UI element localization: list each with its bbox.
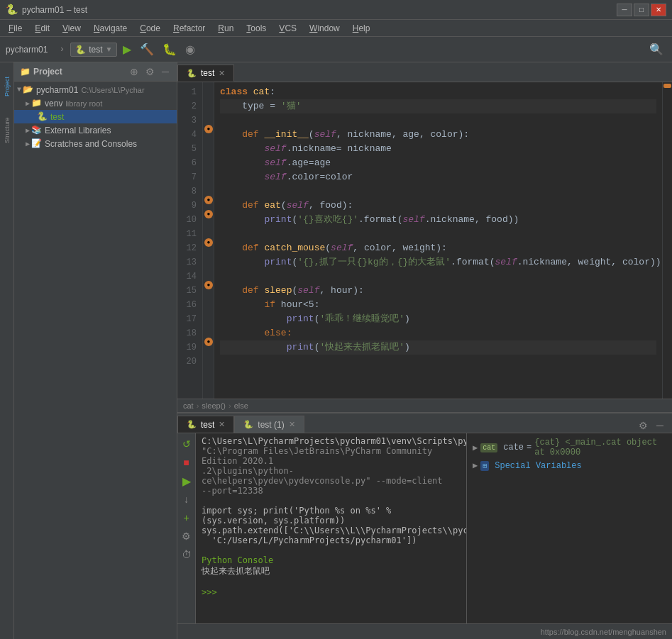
var-cate-arrow[interactable]: ▶	[473, 443, 478, 453]
line-num-9: 9	[177, 199, 197, 213]
console-add-button[interactable]: +	[179, 510, 194, 526]
menu-navigate[interactable]: Navigate	[88, 22, 133, 35]
tree-item-test[interactable]: 🐍 test	[14, 110, 177, 123]
scratches-icon: 📝	[31, 138, 42, 149]
print-19: print	[287, 340, 314, 355]
run-button[interactable]: ▶	[120, 41, 134, 57]
scroll-marker-1	[663, 84, 671, 88]
coverage-button[interactable]: ◉	[182, 41, 198, 57]
tree-item-pycharm01[interactable]: ▼ 📂 pycharm01 C:\Users\L\Pychar	[14, 83, 177, 96]
tree-item-scratches[interactable]: ▶ 📝 Scratches and Consoles	[14, 137, 177, 150]
print-10: print	[264, 213, 292, 227]
breakpoint-19[interactable]: ●	[204, 338, 213, 346]
var-cate-name: cate	[503, 443, 524, 452]
breakpoint-12[interactable]: ●	[204, 238, 213, 247]
editor-tab-test[interactable]: 🐍 test ✕	[177, 65, 234, 82]
line-num-17: 17	[177, 312, 197, 326]
colon-1: :	[270, 85, 275, 99]
tree-arrow-pycharm01[interactable]: ▼	[17, 86, 21, 94]
minimize-button[interactable]: ─	[617, 4, 632, 16]
bottom-settings-button[interactable]: ⚙	[636, 418, 651, 433]
menu-refactor[interactable]: Refactor	[167, 22, 211, 35]
tree-item-external-libs[interactable]: ▶ 📚 External Libraries	[14, 123, 177, 137]
bottom-tab-test1[interactable]: 🐍 test (1) ✕	[234, 416, 304, 433]
build-button[interactable]: 🔨	[137, 41, 157, 57]
breakpoint-9[interactable]: ●	[204, 196, 213, 204]
close-button[interactable]: ✕	[651, 4, 666, 16]
debug-button[interactable]: 🐛	[160, 41, 180, 57]
breadcrumb-cat[interactable]: cat	[183, 401, 194, 410]
menu-run[interactable]: Run	[212, 22, 239, 35]
console-stop-button[interactable]: ■	[179, 455, 194, 470]
project-add-button[interactable]: ⊕	[128, 65, 141, 78]
run-config[interactable]: 🐍 test ▼	[70, 43, 117, 57]
bottom-tab-test-close[interactable]: ✕	[219, 420, 225, 429]
code-content[interactable]: class cat: type = '猫' def __init__(self,…	[214, 82, 662, 399]
breakpoint-4[interactable]: ●	[204, 125, 213, 133]
run-config-dropdown-icon[interactable]: ▼	[106, 45, 113, 53]
project-folder-icon: 📁	[20, 67, 31, 77]
console-resume-button[interactable]: ▶	[179, 473, 194, 489]
console-step-button[interactable]: ↓	[179, 491, 194, 507]
project-settings-button[interactable]: ⚙	[143, 65, 157, 78]
menu-help[interactable]: Help	[347, 22, 376, 35]
var-special-arrow[interactable]: ▶	[473, 460, 478, 471]
maximize-button[interactable]: □	[634, 4, 649, 16]
bottom-tab-test[interactable]: 🐍 test ✕	[177, 416, 234, 433]
project-header: 📁 Project ⊕ ⚙ ─	[14, 62, 177, 82]
breakpoint-10[interactable]: ●	[204, 210, 213, 218]
dot-10: .nickname, food))	[425, 213, 519, 227]
sidebar-project-toggle[interactable]: Project	[1, 65, 13, 108]
format-10: .format(	[358, 213, 402, 227]
menu-edit[interactable]: Edit	[29, 22, 55, 35]
comma-12: , color, weight):	[353, 241, 447, 255]
tab-test-close[interactable]: ✕	[219, 69, 225, 78]
paren-17a: (	[314, 312, 320, 326]
code-editor: 1 2 3 4 5 6 7 8 9 10 11 12 13 14 15 16 1	[177, 82, 672, 399]
line-num-15: 15	[177, 284, 197, 298]
menu-view[interactable]: View	[57, 22, 87, 35]
console-rerun-button[interactable]: ↺	[179, 436, 194, 452]
breakpoint-15[interactable]: ●	[204, 281, 213, 289]
menu-tools[interactable]: Tools	[241, 22, 272, 35]
var-cate-eq: =	[527, 443, 531, 452]
menu-code[interactable]: Code	[134, 22, 166, 35]
sidebar-structure-toggle[interactable]: Structure	[1, 109, 13, 152]
console-text-area[interactable]: C:\Users\L\PycharmProjects\pycharm01\ven…	[196, 433, 466, 623]
menu-window[interactable]: Window	[304, 22, 346, 35]
bottom-minimize-button[interactable]: ─	[654, 418, 666, 433]
console-line-3: .2\plugins\python-ce\helpers\pydev\pydev…	[202, 466, 461, 486]
console-settings-small-button[interactable]: ⚙	[179, 528, 194, 544]
code-line-9: def eat(self, food):	[220, 199, 656, 213]
app-icon: 🐍	[6, 4, 18, 16]
title-bar-title: pycharm01 – test	[22, 5, 87, 15]
project-collapse-button[interactable]: ─	[160, 65, 171, 78]
line-numbers: 1 2 3 4 5 6 7 8 9 10 11 12 13 14 15 16 1	[177, 82, 203, 399]
menu-vcs[interactable]: VCS	[273, 22, 302, 35]
menu-file[interactable]: File	[3, 22, 28, 35]
bottom-tabs-wrapper: 🐍 test ✕ 🐍 test (1) ✕ ⚙ ─	[177, 413, 672, 433]
venv-folder-icon: 📁	[31, 98, 42, 109]
tree-item-venv[interactable]: ▶ 📁 venv library root	[14, 96, 177, 110]
var-cate[interactable]: ▶ cat cate = {cat} <_main_.cat object at…	[470, 436, 669, 459]
tree-arrow-venv[interactable]: ▶	[26, 99, 30, 108]
self-4: self	[314, 128, 336, 142]
code-line-20	[220, 355, 656, 369]
tree-arrow-scratches[interactable]: ▶	[26, 140, 30, 148]
console-line-6: import sys; print('Python %s on %s' % (s…	[202, 506, 461, 526]
breadcrumb-sleep[interactable]: sleep()	[202, 401, 226, 410]
line-num-5: 5	[177, 142, 197, 156]
breadcrumb-sep-1: ›	[197, 401, 199, 410]
comma-9: , food):	[309, 199, 353, 213]
indent-9	[220, 199, 242, 213]
breadcrumb-else[interactable]: else	[234, 401, 248, 410]
tree-arrow-ext-libs[interactable]: ▶	[26, 126, 30, 135]
var-special[interactable]: ▶ ⊞ Special Variables	[470, 459, 669, 472]
bottom-tab-test1-close[interactable]: ✕	[289, 420, 295, 429]
console-clock-button[interactable]: ⏱	[179, 547, 194, 562]
indent-7	[220, 170, 264, 184]
code-line-16: if hour<5:	[220, 298, 656, 312]
search-button[interactable]: 🔍	[646, 41, 666, 57]
indent-17	[220, 312, 287, 326]
self-9: self	[287, 199, 309, 213]
